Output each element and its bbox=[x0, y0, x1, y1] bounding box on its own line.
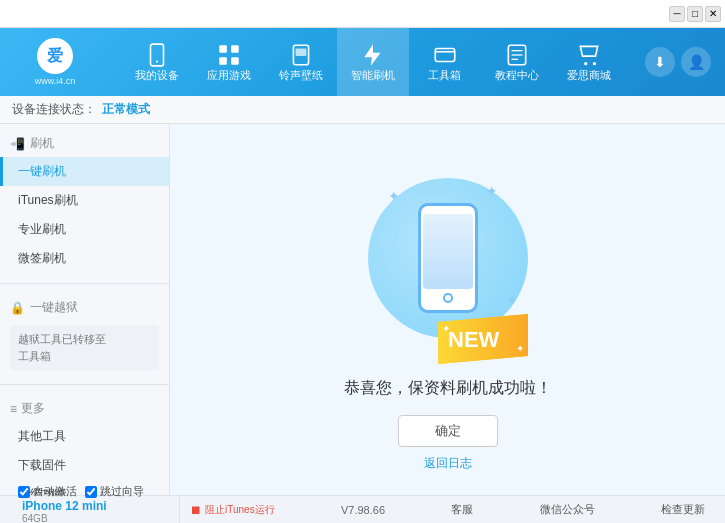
check-update-link[interactable]: 检查更新 bbox=[661, 502, 705, 517]
bottom-right: ⏹ 阻止iTunes运行 V7.98.66 客服 微信公众号 检查更新 bbox=[180, 502, 715, 517]
auto-activate-input[interactable] bbox=[18, 486, 30, 498]
nav-tutorial[interactable]: 教程中心 bbox=[481, 28, 553, 96]
new-banner-wrapper: NEW ✦ ✦ bbox=[438, 314, 528, 368]
confirm-button[interactable]: 确定 bbox=[398, 415, 498, 447]
nav-tools[interactable]: 工具箱 bbox=[409, 28, 481, 96]
itunes-status: ⏹ 阻止iTunes运行 bbox=[190, 503, 275, 517]
sidebar-item-itunes[interactable]: iTunes刷机 bbox=[0, 186, 169, 215]
tutorial-icon bbox=[504, 42, 530, 68]
version-label: V7.98.66 bbox=[341, 504, 385, 516]
sidebar-item-onekey[interactable]: 一键刷机 bbox=[0, 157, 169, 186]
success-message: 恭喜您，保资料刷机成功啦！ bbox=[344, 378, 552, 399]
svg-text:✦: ✦ bbox=[516, 343, 524, 354]
nav-apps[interactable]: 应用游戏 bbox=[193, 28, 265, 96]
sidebar-divider-1 bbox=[0, 283, 169, 284]
phone-screen bbox=[423, 214, 473, 289]
sidebar-divider-2 bbox=[0, 384, 169, 385]
svg-text:NEW: NEW bbox=[448, 327, 500, 352]
phone-device bbox=[418, 203, 478, 313]
sparkle-3: ✦ bbox=[506, 292, 518, 308]
flash-icon bbox=[360, 42, 386, 68]
sidebar-section-header-jailbreak: 🔒 一键越狱 bbox=[0, 294, 169, 321]
svg-text:✦: ✦ bbox=[442, 323, 450, 334]
sidebar-item-pro[interactable]: 专业刷机 bbox=[0, 215, 169, 244]
skip-guide-checkbox[interactable]: 跳过向导 bbox=[85, 484, 144, 499]
device-name: iPhone 12 mini bbox=[22, 499, 171, 513]
top-navigation: 爱 www.i4.cn 我的设备 应用游戏 铃声壁纸 智能刷机 工具箱 bbox=[0, 28, 725, 96]
itunes-icon: ⏹ bbox=[190, 503, 202, 517]
nav-shop[interactable]: 爱思商城 bbox=[553, 28, 625, 96]
lock-section-icon: 🔒 bbox=[10, 301, 25, 315]
sparkle-1: ✦ bbox=[388, 188, 400, 204]
sparkle-2: ✦ bbox=[486, 183, 498, 199]
device-storage: 64GB bbox=[22, 513, 171, 523]
auto-activate-checkbox[interactable]: 自动激活 bbox=[18, 484, 77, 499]
back-link[interactable]: 返回日志 bbox=[424, 455, 472, 472]
nav-my-device[interactable]: 我的设备 bbox=[121, 28, 193, 96]
user-button[interactable]: 👤 bbox=[681, 47, 711, 77]
sidebar-section-flash: 📲 刷机 一键刷机 iTunes刷机 专业刷机 微签刷机 bbox=[0, 124, 169, 279]
checkbox-area: 自动激活 跳过向导 bbox=[18, 484, 171, 499]
maximize-button[interactable]: □ bbox=[687, 6, 703, 22]
phone-illustration: ✦ ✦ ✦ bbox=[348, 148, 548, 368]
ringtone-icon bbox=[288, 42, 314, 68]
titlebar: ─ □ ✕ bbox=[0, 0, 725, 28]
nav-right-buttons: ⬇ 👤 bbox=[645, 47, 711, 77]
svg-rect-4 bbox=[219, 57, 227, 65]
minimize-button[interactable]: ─ bbox=[669, 6, 685, 22]
tools-icon bbox=[432, 42, 458, 68]
new-banner-svg: NEW ✦ ✦ bbox=[438, 314, 528, 364]
shop-icon bbox=[576, 42, 602, 68]
svg-rect-0 bbox=[150, 44, 163, 66]
sidebar-section-jailbreak: 🔒 一键越狱 越狱工具已转移至工具箱 bbox=[0, 288, 169, 380]
device-info: iPhone 12 mini 64GB Down-12mini-13,1 bbox=[22, 499, 171, 523]
bottom-left: 自动激活 跳过向导 iPhone 12 mini 64GB Down-12min… bbox=[10, 484, 180, 523]
svg-rect-2 bbox=[219, 45, 227, 53]
svg-rect-8 bbox=[435, 48, 455, 61]
wechat-link[interactable]: 微信公众号 bbox=[540, 502, 595, 517]
svg-point-14 bbox=[584, 62, 587, 65]
new-banner-inner: NEW ✦ ✦ bbox=[438, 314, 528, 368]
sidebar-more-header: ≡ 更多 bbox=[0, 395, 169, 422]
sidebar-item-download-firmware[interactable]: 下载固件 bbox=[0, 451, 169, 480]
apps-icon bbox=[216, 42, 242, 68]
status-value: 正常模式 bbox=[102, 101, 150, 118]
nav-ringtone[interactable]: 铃声壁纸 bbox=[265, 28, 337, 96]
more-section-icon: ≡ bbox=[10, 402, 17, 416]
logo-area: 爱 www.i4.cn bbox=[10, 38, 100, 86]
flash-section-icon: 📲 bbox=[10, 137, 25, 151]
phone-home-button bbox=[443, 293, 453, 303]
close-button[interactable]: ✕ bbox=[705, 6, 721, 22]
main-area: 📲 刷机 一键刷机 iTunes刷机 专业刷机 微签刷机 🔒 一键越狱 bbox=[0, 124, 725, 495]
phone-icon bbox=[144, 42, 170, 68]
download-button[interactable]: ⬇ bbox=[645, 47, 675, 77]
sidebar: 📲 刷机 一键刷机 iTunes刷机 专业刷机 微签刷机 🔒 一键越狱 bbox=[0, 124, 170, 495]
svg-rect-3 bbox=[231, 45, 239, 53]
sidebar-section-header-flash: 📲 刷机 bbox=[0, 130, 169, 157]
jailbreak-note: 越狱工具已转移至工具箱 bbox=[10, 325, 159, 370]
nav-items: 我的设备 应用游戏 铃声壁纸 智能刷机 工具箱 教程中心 爱思商 bbox=[100, 28, 645, 96]
nav-flash[interactable]: 智能刷机 bbox=[337, 28, 409, 96]
sidebar-section-more: ≡ 更多 其他工具 下载固件 高级功能 bbox=[0, 389, 169, 495]
status-bar: 设备连接状态： 正常模式 bbox=[0, 96, 725, 124]
bottom-bar: 自动激活 跳过向导 iPhone 12 mini 64GB Down-12min… bbox=[0, 495, 725, 523]
logo-subtitle: www.i4.cn bbox=[35, 76, 76, 86]
customer-service-link[interactable]: 客服 bbox=[451, 502, 473, 517]
sidebar-item-other-tools[interactable]: 其他工具 bbox=[0, 422, 169, 451]
skip-guide-input[interactable] bbox=[85, 486, 97, 498]
logo-icon: 爱 bbox=[37, 38, 73, 74]
svg-rect-7 bbox=[295, 48, 306, 56]
svg-rect-5 bbox=[231, 57, 239, 65]
content-area: ✦ ✦ ✦ bbox=[170, 124, 725, 495]
sidebar-item-microsign[interactable]: 微签刷机 bbox=[0, 244, 169, 273]
svg-point-15 bbox=[592, 62, 595, 65]
status-prefix: 设备连接状态： bbox=[12, 101, 96, 118]
